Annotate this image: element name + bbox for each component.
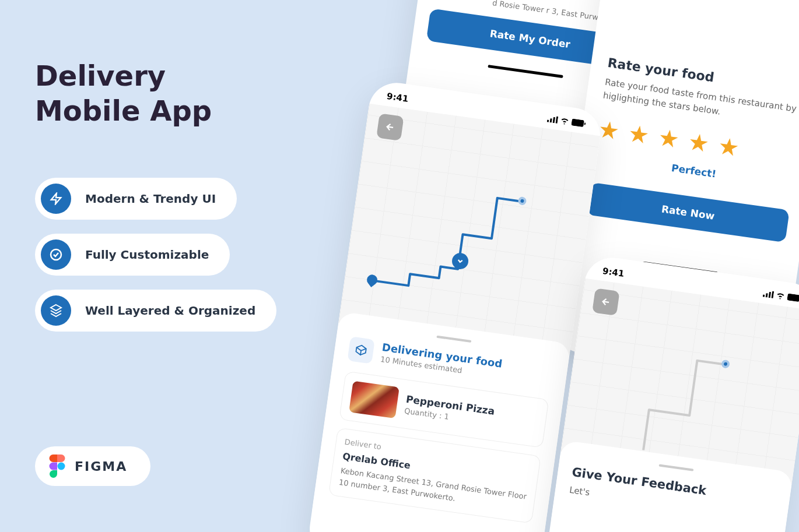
svg-rect-7 xyxy=(584,122,586,125)
main-title: Delivery Mobile App xyxy=(35,58,212,128)
svg-rect-9 xyxy=(766,293,768,297)
sheet-handle[interactable] xyxy=(658,464,693,471)
lightning-icon xyxy=(41,184,71,214)
wifi-icon xyxy=(776,292,786,300)
star-icon[interactable]: ★ xyxy=(657,124,681,153)
feature-list: Modern & Trendy UI Fully Customizable We… xyxy=(35,178,276,332)
wifi-icon xyxy=(560,117,570,125)
route-path xyxy=(637,351,733,467)
star-icon[interactable]: ★ xyxy=(686,128,711,158)
arrow-left-icon xyxy=(384,121,396,133)
star-icon[interactable]: ★ xyxy=(626,119,651,149)
svg-point-1 xyxy=(58,463,65,470)
back-button[interactable] xyxy=(376,113,404,140)
feature-label: Modern & Trendy UI xyxy=(85,192,216,206)
figma-text: FIGMA xyxy=(75,459,127,474)
title-line-1: Delivery xyxy=(35,58,212,93)
statusbar-icons xyxy=(547,115,586,128)
statusbar-time: 9:41 xyxy=(602,266,625,279)
svg-rect-4 xyxy=(553,117,555,123)
route-path xyxy=(359,164,541,325)
statusbar-icons xyxy=(763,290,799,302)
figma-logo-icon xyxy=(49,455,65,478)
signal-icon xyxy=(763,290,774,298)
svg-rect-3 xyxy=(550,118,552,122)
svg-rect-6 xyxy=(571,118,584,127)
signal-icon xyxy=(547,115,558,124)
svg-rect-5 xyxy=(556,117,559,124)
battery-icon xyxy=(787,293,799,302)
bottom-sheet: Delivering your food 10 Minutes estimate… xyxy=(312,311,571,532)
statusbar-time: 9:41 xyxy=(386,91,409,104)
svg-rect-11 xyxy=(772,291,775,298)
title-line-2: Mobile App xyxy=(35,93,212,128)
layers-icon xyxy=(41,295,71,326)
checkmark-circle-icon xyxy=(41,239,71,270)
star-icon[interactable]: ★ xyxy=(597,115,621,145)
feature-layered: Well Layered & Organized xyxy=(35,290,276,332)
battery-icon xyxy=(571,118,586,127)
feature-label: Well Layered & Organized xyxy=(85,304,255,318)
feature-customizable: Fully Customizable xyxy=(35,234,230,276)
arrow-left-icon xyxy=(600,296,612,308)
feature-label: Fully Customizable xyxy=(85,248,209,262)
food-thumbnail xyxy=(349,381,400,419)
package-icon xyxy=(347,336,374,364)
rate-now-button[interactable]: Rate Now xyxy=(586,182,789,242)
svg-rect-10 xyxy=(769,292,771,298)
feature-modern-ui: Modern & Trendy UI xyxy=(35,178,237,220)
back-button[interactable] xyxy=(592,288,619,315)
svg-rect-12 xyxy=(787,293,799,302)
svg-rect-2 xyxy=(547,119,549,122)
sheet-handle[interactable] xyxy=(436,336,471,343)
svg-rect-8 xyxy=(763,294,765,297)
figma-badge: FIGMA xyxy=(35,446,150,486)
star-icon[interactable]: ★ xyxy=(716,132,741,162)
